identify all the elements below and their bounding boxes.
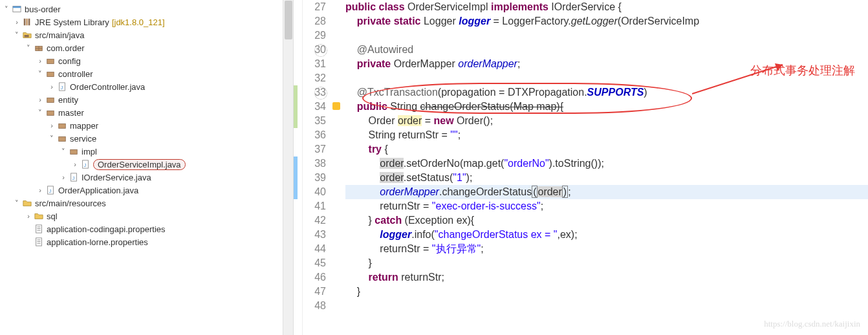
java-file-icon: J [80,159,91,169]
chevron-down-icon[interactable]: ˅ [23,44,34,52]
chevron-down-icon[interactable]: ˅ [12,199,22,208]
code-line[interactable]: @TxcTransaction(propagation = DTXPropaga… [345,85,868,100]
package-node[interactable]: ˅ service [0,132,293,145]
chevron-down-icon[interactable]: ˅ [35,70,45,78]
code-line[interactable]: private OrderMapper orderMapper; [345,57,868,71]
pkg-entity-label: entity [58,95,78,105]
chevron-right-icon[interactable]: › [35,96,45,103]
code-area[interactable]: public class OrderServiceImpl implements… [343,0,868,335]
code-editor[interactable]: 27 28 29 30 31 32 33 34 35 36 37 38 39 4… [294,0,868,335]
code-line[interactable]: String returnStr = ""; [345,128,868,142]
svg-rect-23 [37,227,40,228]
jre-node[interactable]: › JRE System Library [jdk1.8.0_121] [0,16,293,28]
warning-icon[interactable] [331,100,343,114]
code-line[interactable]: logger.info("changeOrderStatus ex = ",ex… [345,228,868,242]
code-line[interactable]: return returnStr; [345,270,868,285]
package-node[interactable]: › entity [0,93,293,106]
chevron-down-icon[interactable]: ˅ [12,31,22,39]
change-marker-icon [294,85,298,128]
code-line[interactable]: private static Logger logger = LoggerFac… [345,14,868,28]
chevron-down-icon[interactable]: ˅ [35,109,45,117]
java-file-icon: J [45,185,56,195]
chevron-right-icon[interactable]: › [35,186,45,194]
folder-icon [34,211,44,221]
chevron-down-icon[interactable]: ˅ [1,5,12,14]
svg-rect-2 [24,19,26,26]
file-orderapplication-label: OrderApplication.java [58,186,138,195]
change-marker-icon [294,157,298,199]
lineno: 41 [303,199,326,213]
code-line[interactable]: order.setStatus("1"); [345,171,868,185]
package-node[interactable]: › config [0,54,293,67]
code-line[interactable]: order.setOrderNo(map.get("orderNo").toSt… [345,157,868,171]
watermark-text: https://blog.csdn.net/kaijixin [764,317,860,331]
srcfolder-node[interactable]: ˅ src/main/java [0,28,293,41]
package-node[interactable]: ˅ master [0,106,293,119]
explorer-scrollbar[interactable] [283,0,293,335]
package-icon [45,56,56,66]
file-node-selected[interactable]: › J OrderServiceImpl.java [0,158,293,171]
chevron-right-icon[interactable]: › [47,83,57,91]
file-node[interactable]: application-lorne.properties [0,235,293,248]
code-line[interactable]: @Autowired [345,43,868,57]
lineno: 42 [303,213,326,228]
package-node[interactable]: ˅ controller [0,67,293,80]
srcmainjava-label: src/main/java [35,30,85,40]
code-line[interactable] [345,299,868,313]
srcmainresources-label: src/main/resources [35,199,106,208]
code-line-current[interactable]: orderMapper.changeOrderStatus(order); [345,185,868,199]
svg-rect-5 [25,35,29,38]
folder-node[interactable]: › sql [0,210,293,222]
lineno: 32 [303,71,326,85]
package-explorer[interactable]: ˅ bus-order › JRE System Library [jdk1.8… [0,0,294,335]
file-node[interactable]: application-codingapi.properties [0,222,293,235]
lineno: 29 [303,28,326,43]
code-line[interactable]: returnStr = "执行异常"; [345,242,868,256]
code-line[interactable]: } [345,256,868,270]
package-icon [45,69,56,79]
svg-rect-3 [26,19,28,26]
project-node[interactable]: ˅ bus-order [0,3,293,16]
file-node[interactable]: › J OrderApplication.java [0,184,293,197]
lineno: 44 [303,242,326,256]
chevron-down-icon[interactable]: ˅ [47,135,57,143]
code-line[interactable]: } catch (Exception ex){ [345,213,868,228]
chevron-right-icon[interactable]: › [23,212,34,220]
project-label: bus-order [25,5,61,14]
source-folder-icon [22,198,32,208]
svg-text:J: J [83,162,86,168]
lineno: 43 [303,228,326,242]
code-line[interactable]: public class OrderServiceImpl implements… [345,0,868,14]
code-line[interactable]: returnStr = "exec-order-is-success"; [345,199,868,213]
svg-rect-4 [28,19,30,26]
file-node[interactable]: › J IOrderService.java [0,171,293,184]
svg-rect-28 [37,241,40,242]
source-folder-icon [22,30,32,40]
chevron-right-icon[interactable]: › [35,57,45,65]
package-node[interactable]: ˅ impl [0,145,293,158]
code-line[interactable] [345,71,868,85]
svg-text:J: J [60,85,63,91]
lineno: 39 [303,171,326,185]
package-node[interactable]: ˅ com.order [0,41,293,54]
pkg-service-label: service [70,134,96,144]
srcfolder-node[interactable]: ˅ src/main/resources [0,197,293,210]
code-line[interactable]: } [345,285,868,299]
code-line[interactable]: Order order = new Order(); [345,114,868,128]
chevron-right-icon[interactable]: › [12,18,22,26]
code-line[interactable]: public String changeOrderStatus(Map map)… [345,100,868,114]
chevron-down-icon[interactable]: ˅ [58,147,69,156]
lineno: 28 [303,14,326,28]
code-line[interactable]: try { [345,142,868,157]
file-node[interactable]: › J OrderController.java [0,80,293,93]
chevron-right-icon[interactable]: › [70,160,80,168]
pkg-comorder-label: com.order [47,43,85,53]
chevron-right-icon[interactable]: › [47,122,57,129]
package-node[interactable]: › mapper [0,119,293,132]
svg-rect-15 [71,149,78,154]
chevron-right-icon[interactable]: › [58,173,69,181]
code-line[interactable] [345,28,868,43]
library-icon [22,17,32,27]
scrollbar-thumb[interactable] [285,1,292,39]
lineno: 35 [303,114,326,128]
